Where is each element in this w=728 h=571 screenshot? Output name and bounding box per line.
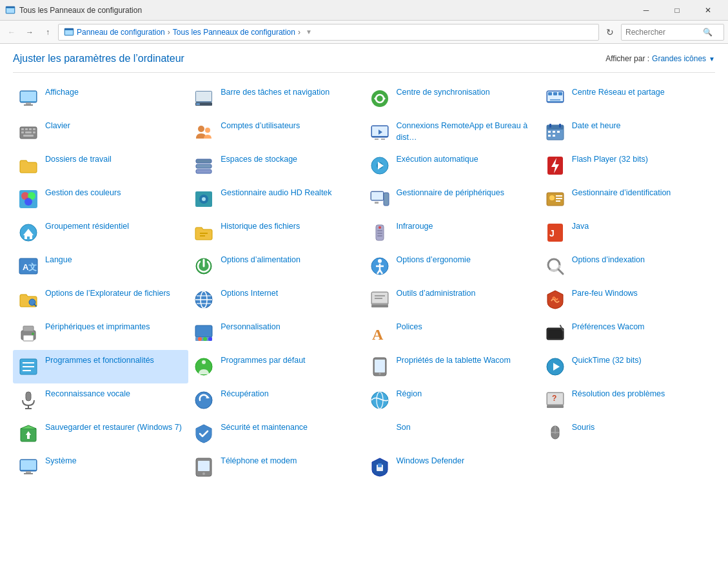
cp-item-comptes-utilisateurs[interactable]: Comptes d’utilisateurs (188, 115, 364, 149)
cp-item-clavier[interactable]: Clavier (13, 115, 188, 149)
cp-item-sauvegarder[interactable]: Sauvegarder et restaurer (Windows 7) (13, 417, 188, 450)
svg-rect-65 (384, 193, 389, 206)
svg-rect-64 (375, 202, 379, 204)
svg-rect-29 (25, 131, 32, 133)
cp-item-gestionnaire-id[interactable]: Gestionnaire d’identification (540, 182, 715, 216)
cp-item-recuperation[interactable]: Récupération (188, 383, 364, 417)
audio-icon (193, 189, 214, 209)
cp-item-son[interactable]: Son (364, 417, 540, 450)
cp-item-flash-player[interactable]: Flash Player (32 bits) (540, 149, 715, 182)
cp-label-java: Java (572, 221, 589, 233)
cp-item-reconnaissance-vocale[interactable]: Reconnaissance vocale (13, 383, 188, 417)
cp-item-windows-defender[interactable]: Windows Defender (364, 450, 540, 484)
forward-button[interactable]: → (22, 24, 37, 40)
view-dropdown-icon[interactable]: ▼ (709, 55, 715, 63)
cp-item-affichage[interactable]: Affichage (13, 82, 188, 115)
cp-item-proprietes-wacom[interactable]: Propriétés de la tablette Wacom (364, 350, 540, 383)
cp-item-region[interactable]: Région (364, 383, 540, 417)
svg-rect-46 (553, 135, 555, 137)
refresh-button[interactable]: ↻ (602, 24, 618, 41)
svg-text:?: ? (552, 394, 556, 403)
cp-item-gestionnaire-audio[interactable]: Gestionnaire audio HD Realtek (188, 182, 364, 216)
cp-item-telephone-modem[interactable]: Téléphone et modem (188, 450, 364, 484)
cp-item-infrarouge[interactable]: Infrarouge (364, 216, 540, 249)
cp-label-date-heure: Date et heure (572, 121, 621, 132)
cp-item-dossiers-travail[interactable]: Dossiers de travail (13, 149, 188, 182)
svg-point-32 (198, 126, 204, 132)
svg-rect-13 (196, 103, 200, 105)
cp-item-programmes-defaut[interactable]: Programmes par défaut (188, 350, 364, 383)
cp-item-options-ergonomie[interactable]: Options d’ergonomie (364, 249, 540, 283)
cp-label-espaces-stockage: Espaces de stockage (221, 154, 297, 166)
back-button[interactable]: ← (4, 24, 19, 40)
cp-item-options-explorateur[interactable]: Options de l’Explorateur de fichiers (13, 283, 188, 316)
cp-label-affichage: Affichage (45, 87, 79, 99)
network-icon (545, 88, 566, 109)
svg-line-93 (558, 269, 563, 274)
content-area: Ajuster les paramètres de l’ordinateur A… (0, 44, 728, 571)
cp-item-resolution-problemes[interactable]: ?Résolution des problèmes (540, 383, 715, 417)
cp-item-connexions-remote[interactable]: Connexions RemoteApp et Bureau à dist… (364, 115, 540, 149)
cp-item-options-internet[interactable]: Options Internet (188, 283, 364, 316)
cp-item-preferences-wacom[interactable]: Préférences Wacom (540, 316, 715, 350)
cp-item-peripheriques[interactable]: Périphériques et imprimantes (13, 316, 188, 350)
cp-item-quicktime[interactable]: QuickTime (32 bits) (540, 350, 715, 383)
cp-item-execution-auto[interactable]: Exécution automatique (364, 149, 540, 182)
svg-point-33 (205, 128, 210, 133)
window-controls: ─ □ ✕ (631, 0, 723, 21)
colors-icon (18, 189, 39, 209)
cp-label-souris: Souris (572, 422, 595, 434)
mouse-icon (545, 423, 566, 444)
cp-item-polices[interactable]: APolices (364, 316, 540, 350)
svg-point-113 (203, 337, 207, 341)
taskbar-icon (193, 88, 214, 109)
search-input[interactable] (625, 28, 703, 37)
cp-label-clavier: Clavier (45, 121, 70, 132)
cp-label-flash-player: Flash Player (32 bits) (572, 154, 648, 166)
storage-icon (193, 155, 214, 176)
svg-rect-37 (381, 139, 385, 140)
cp-item-outils-admin[interactable]: Outils d’administration (364, 283, 540, 316)
remote-icon (369, 122, 390, 142)
cp-item-personnalisation[interactable]: Personnalisation (188, 316, 364, 350)
fonts-icon: A (369, 323, 390, 344)
cp-item-gestionnaire-periph[interactable]: Gestionnaire de périphériques (364, 182, 540, 216)
svg-point-109 (32, 333, 34, 335)
svg-rect-7 (21, 92, 36, 101)
up-button[interactable]: ↑ (40, 24, 55, 40)
cp-item-date-heure[interactable]: Date et heure (540, 115, 715, 149)
cp-item-options-indexation[interactable]: Options d’indexation (540, 249, 715, 283)
svg-rect-9 (24, 104, 33, 106)
cp-item-gestion-couleurs[interactable]: Gestion des couleurs (13, 182, 188, 216)
infrared-icon (369, 222, 390, 243)
cp-item-espaces-stockage[interactable]: Espaces de stockage (188, 149, 364, 182)
cp-item-java[interactable]: JJava (540, 216, 715, 249)
cp-item-groupement-residentiel[interactable]: Groupement résidentiel (13, 216, 188, 249)
svg-rect-26 (29, 128, 32, 130)
svg-rect-24 (21, 128, 24, 130)
cp-item-langue[interactable]: A文Langue (13, 249, 188, 283)
cp-item-souris[interactable]: Souris (540, 417, 715, 450)
cp-item-centre-sync[interactable]: Centre de synchronisation (364, 82, 540, 115)
system-icon (18, 457, 39, 478)
cp-item-securite-maintenance[interactable]: Sécurité et maintenance (188, 417, 364, 450)
maximize-button[interactable]: □ (662, 0, 692, 21)
cp-label-programmes-defaut: Programmes par défaut (221, 355, 305, 367)
default-programs-icon (193, 356, 214, 377)
minimize-button[interactable]: ─ (631, 0, 661, 21)
cp-item-systeme[interactable]: Système (13, 450, 188, 484)
cp-item-pare-feu[interactable]: Pare-feu Windows (540, 283, 715, 316)
cp-item-historique-fichiers[interactable]: Historique des fichiers (188, 216, 364, 249)
breadcrumb-part2[interactable]: Tous les Panneaux de configuration (173, 28, 295, 37)
cp-item-options-alimentation[interactable]: Options d’alimentation (188, 249, 364, 283)
view-by-value[interactable]: Grandes icônes (652, 54, 706, 63)
cp-item-barre-taches[interactable]: Barre des tâches et navigation (188, 82, 364, 115)
cp-item-centre-reseau[interactable]: Centre Réseau et partage (540, 82, 715, 115)
address-field[interactable]: Panneau de configuration › Tous les Pann… (58, 24, 599, 41)
cp-label-execution-auto: Exécution automatique (397, 154, 478, 166)
cp-label-reconnaissance-vocale: Reconnaissance vocale (45, 389, 130, 400)
close-button[interactable]: ✕ (693, 0, 723, 21)
breadcrumb-part1[interactable]: Panneau de configuration (77, 28, 165, 37)
cp-label-resolution-problemes: Résolution des problèmes (572, 389, 665, 400)
cp-item-programmes-fonctionnalites[interactable]: Programmes et fonctionnalités (13, 350, 188, 383)
